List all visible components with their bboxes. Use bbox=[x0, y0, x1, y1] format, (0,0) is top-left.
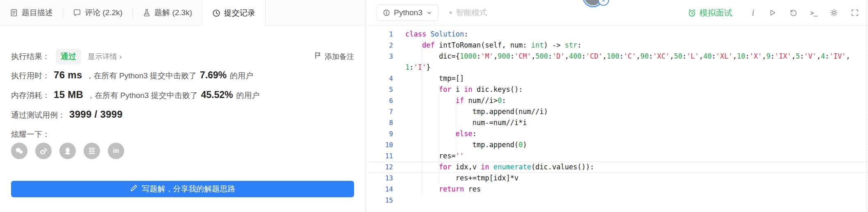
code-editor[interactable]: 1class Solution:2 def intToRoman(self, n… bbox=[368, 26, 868, 206]
run-icon[interactable] bbox=[768, 9, 777, 17]
tab-description[interactable]: 题目描述 bbox=[0, 0, 63, 25]
code-line-8[interactable]: 8 num-=num//i*i bbox=[368, 117, 868, 128]
linkedin-icon: in bbox=[113, 147, 119, 155]
code-text: for idx,v in enumerate(dic.values()): bbox=[405, 162, 594, 172]
tab-label: 题目描述 bbox=[22, 7, 53, 18]
smart-mode-toggle[interactable]: • 智能模式 bbox=[449, 7, 487, 18]
code-line-1[interactable]: 1class Solution: bbox=[368, 29, 868, 40]
code-line-6[interactable]: 6 if num//i>0: bbox=[368, 95, 868, 106]
code-line-15[interactable]: 15 bbox=[368, 195, 868, 206]
dot-icon: • bbox=[449, 8, 452, 17]
code-text: class Solution: bbox=[405, 29, 468, 40]
testcases-label: 通过测试用例： bbox=[11, 110, 66, 121]
clock-icon bbox=[212, 9, 220, 17]
runtime-beats-prefix: ，在所有 Python3 提交中击败了 bbox=[86, 71, 197, 81]
share-douban-button[interactable] bbox=[84, 143, 100, 159]
share-weibo-button[interactable] bbox=[35, 143, 52, 159]
memory-label: 内存消耗： bbox=[11, 90, 50, 101]
floating-widget: × bbox=[582, 0, 632, 16]
memory-beats-suffix: 的用户 bbox=[236, 90, 259, 101]
wechat-icon bbox=[15, 146, 24, 155]
code-line-13[interactable]: 13 res+=tmp[idx]*v bbox=[368, 173, 868, 184]
language-label: Python3 bbox=[394, 8, 423, 17]
tab-bar: 题目描述评论 (2.2k)题解 (2.3k)提交记录 bbox=[0, 0, 365, 26]
line-number: 15 bbox=[368, 195, 393, 206]
memory-beats-prefix: ，在所有 Python3 提交中击败了 bbox=[87, 90, 198, 101]
qq-icon bbox=[63, 146, 72, 155]
mock-interview-label: 模拟面试 bbox=[700, 7, 732, 18]
settings-icon[interactable] bbox=[830, 9, 838, 17]
show-details-link[interactable]: 显示详情 › bbox=[88, 52, 122, 62]
share-linkedin-button[interactable]: in bbox=[108, 143, 124, 159]
code-line-7[interactable]: 7 tmp.append(num//i) bbox=[368, 106, 868, 117]
weibo-icon bbox=[39, 146, 48, 155]
runtime-row: 执行用时： 76 ms ，在所有 Python3 提交中击败了 7.69% 的用… bbox=[11, 69, 354, 81]
code-text: tmp=[] bbox=[405, 73, 464, 84]
tab-label: 评论 (2.2k) bbox=[85, 7, 123, 18]
tab-comments[interactable]: 评论 (2.2k) bbox=[63, 0, 132, 25]
line-number: 6 bbox=[368, 95, 393, 106]
line-number: 8 bbox=[368, 117, 393, 128]
fullscreen-icon[interactable] bbox=[851, 9, 859, 17]
code-line-3[interactable]: 3 dic={1000:'M',900:'CM',500:'D',400:'CD… bbox=[368, 51, 868, 62]
editor-info-icon[interactable]: i bbox=[751, 7, 756, 18]
share-qq-button[interactable] bbox=[59, 143, 76, 159]
line-number bbox=[368, 62, 393, 73]
status-badge: 通过 bbox=[56, 49, 81, 64]
code-text: 1:'I'} bbox=[405, 62, 430, 73]
code-line-wrap[interactable]: 1:'I'} bbox=[368, 62, 868, 73]
tab-submissions[interactable]: 提交记录 bbox=[202, 0, 266, 26]
code-text: dic={1000:'M',900:'CM',500:'D',400:'CD',… bbox=[405, 51, 850, 62]
line-number: 3 bbox=[368, 51, 393, 62]
line-number: 5 bbox=[368, 84, 393, 95]
code-line-9[interactable]: 9 else: bbox=[368, 128, 868, 139]
left-panel: 题目描述评论 (2.2k)题解 (2.3k)提交记录 执行结果： 通过 显示详情… bbox=[0, 0, 366, 212]
testcases-row: 通过测试用例： 3999 / 3999 bbox=[11, 109, 354, 121]
code-line-10[interactable]: 10 tmp.append(0) bbox=[368, 139, 868, 150]
editor-panel: Python3 • 智能模式 模拟面试 i >_ bbox=[368, 0, 868, 212]
share-icons: in bbox=[11, 143, 124, 159]
code-text: tmp.append(0) bbox=[405, 139, 527, 150]
add-note-button[interactable]: 添加备注 bbox=[314, 52, 354, 62]
mock-interview-button[interactable]: 模拟面试 bbox=[688, 7, 732, 18]
code-line-14[interactable]: 14 return res bbox=[368, 184, 868, 195]
write-solution-button[interactable]: 写题解，分享我的解题思路 bbox=[11, 181, 354, 197]
testcases-value: 3999 / 3999 bbox=[69, 109, 123, 120]
tab-solutions[interactable]: 题解 (2.3k) bbox=[133, 0, 202, 25]
indent-guide bbox=[439, 84, 439, 184]
code-text: def intToRoman(self, num: int) -> str: bbox=[405, 40, 582, 51]
code-text: num-=num//i*i bbox=[405, 117, 527, 128]
code-lines: 1class Solution:2 def intToRoman(self, n… bbox=[368, 29, 868, 206]
code-line-12[interactable]: 12 for idx,v in enumerate(dic.values()): bbox=[368, 162, 868, 173]
flask-icon bbox=[143, 9, 151, 17]
terminal-icon[interactable]: >_ bbox=[810, 9, 817, 17]
add-note-label: 添加备注 bbox=[325, 52, 354, 62]
code-line-2[interactable]: 2 def intToRoman(self, num: int) -> str: bbox=[368, 40, 868, 51]
line-number: 4 bbox=[368, 73, 393, 84]
result-label: 执行结果： bbox=[11, 51, 50, 62]
alarm-icon bbox=[688, 9, 696, 17]
line-number: 10 bbox=[368, 139, 393, 150]
line-number: 13 bbox=[368, 173, 393, 184]
language-selector[interactable]: Python3 bbox=[377, 5, 439, 21]
memory-beats-percent: 45.52% bbox=[201, 89, 233, 100]
runtime-label: 执行用时： bbox=[11, 71, 50, 81]
code-line-4[interactable]: 4 tmp=[] bbox=[368, 73, 868, 84]
share-label: 炫耀一下： bbox=[11, 129, 50, 140]
info-icon bbox=[383, 9, 390, 16]
code-text: return res bbox=[405, 184, 481, 195]
code-line-11[interactable]: 11 res='' bbox=[368, 150, 868, 162]
line-number: 11 bbox=[368, 150, 393, 162]
reset-code-icon[interactable] bbox=[789, 9, 798, 17]
line-number: 9 bbox=[368, 128, 393, 139]
line-number: 2 bbox=[368, 40, 393, 51]
share-wechat-button[interactable] bbox=[11, 143, 27, 159]
code-line-5[interactable]: 5 for i in dic.keys(): bbox=[368, 84, 868, 95]
line-number: 14 bbox=[368, 184, 393, 195]
chevron-down-icon bbox=[426, 10, 432, 16]
line-number: 12 bbox=[368, 162, 393, 172]
code-text: else: bbox=[405, 128, 477, 139]
memory-value: 15 MB bbox=[54, 89, 83, 100]
code-text: for i in dic.keys(): bbox=[405, 84, 523, 95]
editor-right-border bbox=[866, 0, 867, 212]
